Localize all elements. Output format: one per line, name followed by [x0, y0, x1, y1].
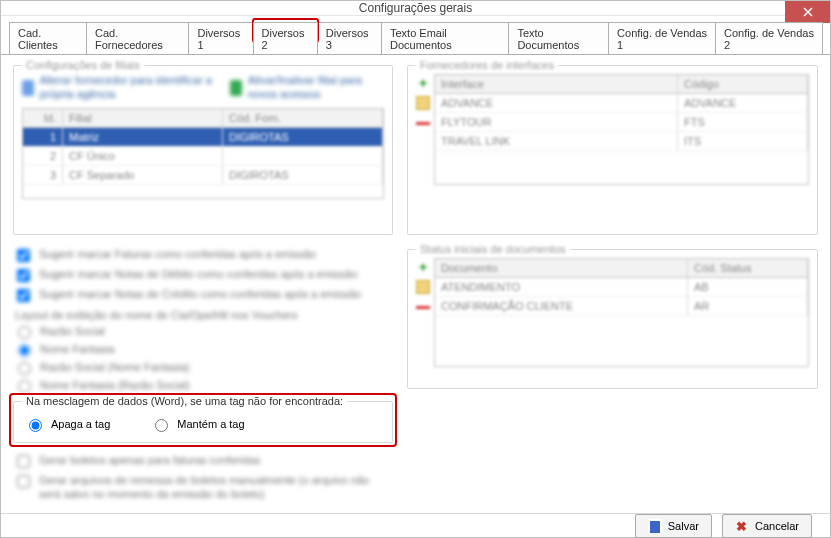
group-fornecedores-interfaces: Fornecedores de interfaces + Interface C…: [407, 65, 818, 235]
cell-codigo: ITS: [678, 132, 808, 150]
radio-label: Razão Social (Nome Fantasia): [40, 361, 190, 373]
tab-cad-fornecedores[interactable]: Cad. Fornecedores: [86, 22, 189, 54]
cell-interface: FLYTOUR: [435, 113, 678, 131]
table-row[interactable]: TRAVEL LINK ITS: [435, 132, 808, 151]
col-head-cod[interactable]: Cód. Forn.: [223, 109, 383, 127]
table-row[interactable]: ATENDIMENTO AB: [435, 278, 808, 297]
grid-status-documentos[interactable]: Documento Cód. Status ATENDIMENTO AB CON…: [434, 258, 809, 367]
tab-cad-clientes[interactable]: Cad. Clientes: [9, 22, 87, 54]
cell-documento: ATENDIMENTO: [435, 278, 688, 296]
chk-label: Sugerir marcar Notas de Débito como conf…: [39, 268, 358, 280]
cell-id: 3: [23, 166, 63, 184]
chk-notas-debito-conferidas[interactable]: [17, 269, 30, 282]
button-label: Salvar: [668, 520, 699, 532]
cell-cod: [223, 147, 383, 165]
tab-label: Cad. Clientes: [18, 27, 58, 51]
radio-razao-social-nome-fantasia[interactable]: [18, 362, 31, 375]
tab-config-vendas-1[interactable]: Config. de Vendas 1: [608, 22, 716, 54]
add-icon[interactable]: +: [416, 76, 430, 90]
save-icon: [648, 519, 662, 533]
cell-id: 2: [23, 147, 63, 165]
save-button[interactable]: Salvar: [635, 514, 712, 538]
group-title: Configurações de filiais: [22, 59, 144, 71]
layout-voucher-label: Layout de exibição do nome de Cia/Ope/Ht…: [15, 309, 393, 321]
chk-boletos-faturas-conferidas[interactable]: [17, 455, 30, 468]
edit-icon[interactable]: [416, 280, 430, 294]
tab-diversos-3[interactable]: Diversos 3: [317, 22, 382, 54]
radio-mantem-tag-wrap[interactable]: Mantém a tag: [150, 416, 244, 432]
cancel-button[interactable]: ✖ Cancelar: [722, 514, 812, 538]
group-mesclagem-word: Na mesclagem de dados (Word), se uma tag…: [13, 401, 393, 443]
cell-status: AB: [688, 278, 808, 296]
chk-arquivos-remessa-manual[interactable]: [17, 475, 30, 488]
col-head-codigo[interactable]: Código: [678, 75, 808, 93]
tab-diversos-2[interactable]: Diversos 2: [253, 22, 318, 54]
table-row[interactable]: 1 Matriz DIGIROTAS: [23, 128, 383, 147]
tab-label: Texto Email Documentos: [390, 27, 452, 51]
chk-label: Gerar arquivos de remessa de boletos man…: [39, 474, 393, 502]
button-label: Cancelar: [755, 520, 799, 532]
radio-label: Razão Social: [40, 325, 105, 337]
titlebar: Configurações gerais: [1, 1, 830, 16]
cancel-icon: ✖: [735, 519, 749, 533]
cell-codigo: ADVANCE: [678, 94, 808, 112]
cell-filial: CF Único: [63, 147, 223, 165]
radio-label: Apaga a tag: [51, 418, 110, 430]
tab-label: Diversos 2: [262, 27, 305, 51]
col-head-documento[interactable]: Documento: [435, 259, 688, 277]
cell-interface: ADVANCE: [435, 94, 678, 112]
radio-label: Nome Fantasia (Razão Social): [40, 379, 190, 391]
radio-label: Nome Fantasia: [40, 343, 115, 355]
tab-config-vendas-2[interactable]: Config. de Vendas 2: [715, 22, 823, 54]
content: Configurações de filiais Alterar fornece…: [1, 55, 830, 513]
radio-nome-fantasia-razao-social[interactable]: [18, 380, 31, 393]
col-head-filial[interactable]: Filial: [63, 109, 223, 127]
cell-interface: TRAVEL LINK: [435, 132, 678, 150]
edit-icon[interactable]: [416, 96, 430, 110]
chk-notas-credito-conferidas[interactable]: [17, 289, 30, 302]
cell-cod: DIGIROTAS: [223, 166, 383, 184]
info-icon: [22, 80, 34, 96]
cell-filial: CF Separado: [63, 166, 223, 184]
toggle-icon: [230, 80, 241, 96]
tab-label: Texto Documentos: [517, 27, 579, 51]
col-head-id[interactable]: Id.: [23, 109, 63, 127]
cell-status: AR: [688, 297, 808, 315]
add-icon[interactable]: +: [416, 260, 430, 274]
grid-filiais[interactable]: Id. Filial Cód. Forn. 1 Matriz DIGIROTAS…: [22, 108, 384, 199]
chk-label: Sugerir marcar Faturas como conferidas a…: [39, 248, 316, 260]
col-head-interface[interactable]: Interface: [435, 75, 678, 93]
table-row[interactable]: FLYTOUR FTS: [435, 113, 808, 132]
group-config-filiais: Configurações de filiais Alterar fornece…: [13, 65, 393, 235]
footer: Salvar ✖ Cancelar: [1, 513, 830, 538]
chk-label: Gerar boletos apenas para faturas confer…: [39, 454, 260, 466]
tab-texto-email-documentos[interactable]: Texto Email Documentos: [381, 22, 509, 54]
radio-mantem-tag[interactable]: [155, 419, 168, 432]
table-row[interactable]: 2 CF Único: [23, 147, 383, 166]
remove-icon[interactable]: [416, 122, 430, 125]
tab-label: Config. de Vendas 2: [724, 27, 814, 51]
cell-id: 1: [23, 128, 63, 146]
cell-codigo: FTS: [678, 113, 808, 131]
tab-diversos-1[interactable]: Diversos 1: [188, 22, 253, 54]
grid-forn-interfaces[interactable]: Interface Código ADVANCE ADVANCE FLYTOUR…: [434, 74, 809, 185]
radio-label: Mantém a tag: [177, 418, 244, 430]
col-head-cod-status[interactable]: Cód. Status: [688, 259, 808, 277]
radio-nome-fantasia[interactable]: [18, 344, 31, 357]
group-title: Status iniciais de documentos: [416, 243, 570, 255]
window-title: Configurações gerais: [1, 1, 830, 15]
table-row[interactable]: CONFIRMAÇÃO CLIENTE AR: [435, 297, 808, 316]
radio-apaga-tag[interactable]: [29, 419, 42, 432]
tool-ativar-inativar-filial[interactable]: Ativar/Inativar filial para novos acesso…: [230, 74, 384, 102]
tab-label: Diversos 3: [326, 27, 369, 51]
table-row[interactable]: 3 CF Separado DIGIROTAS: [23, 166, 383, 185]
remove-icon[interactable]: [416, 306, 430, 309]
table-row[interactable]: ADVANCE ADVANCE: [435, 94, 808, 113]
chk-faturas-conferidas[interactable]: [17, 249, 30, 262]
tab-label: Cad. Fornecedores: [95, 27, 163, 51]
radio-razao-social[interactable]: [18, 326, 31, 339]
tool-alterar-fornecedor[interactable]: Alterar fornecedor para identificar a pr…: [22, 74, 220, 102]
tab-texto-documentos[interactable]: Texto Documentos: [508, 22, 609, 54]
tab-label: Diversos 1: [197, 27, 240, 51]
radio-apaga-tag-wrap[interactable]: Apaga a tag: [24, 416, 110, 432]
